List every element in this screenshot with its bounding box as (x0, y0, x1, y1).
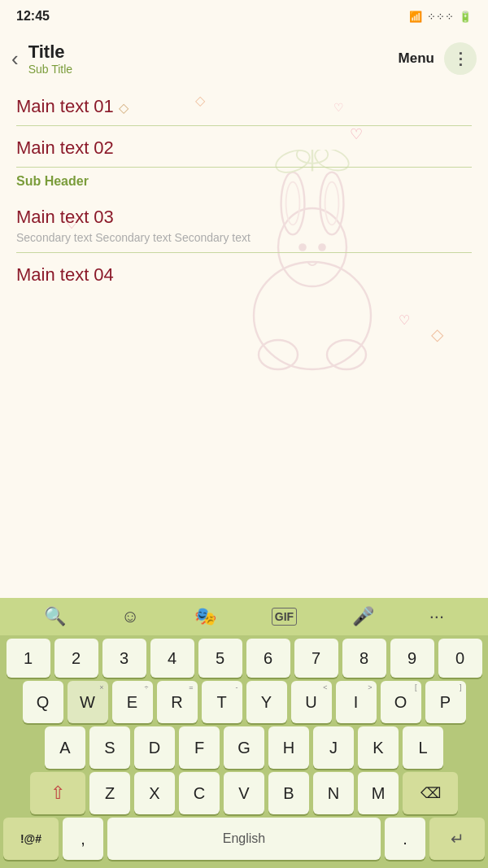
key-b[interactable]: B (268, 772, 309, 814)
key-3[interactable]: 3 (102, 639, 146, 678)
key-z[interactable]: Z (89, 772, 130, 814)
signal-icon: ⁘⁘⁘ (427, 11, 454, 23)
special-key[interactable]: !@# (3, 818, 59, 860)
key-6[interactable]: 6 (246, 639, 290, 678)
key-7[interactable]: 7 (294, 639, 338, 678)
list-item-4: Main text 04 (0, 253, 488, 294)
list-item-1: Main text 01 ◇ (0, 85, 488, 125)
key-8[interactable]: 8 (342, 639, 386, 678)
key-y[interactable]: Y (246, 681, 287, 723)
shift-key[interactable]: ⇧ (30, 772, 85, 814)
battery-icon: 🔋 (459, 11, 472, 23)
key-2[interactable]: 2 (54, 639, 98, 678)
key-f[interactable]: F (179, 726, 220, 769)
key-x[interactable]: X (134, 772, 175, 814)
key-0[interactable]: 0 (438, 639, 482, 678)
main-text-4: Main text 04 (16, 264, 472, 286)
keyboard: 🔍 ☺ 🎭 GIF 🎤 ··· 1 2 3 4 5 6 7 8 9 0 Q ×W… (0, 598, 488, 868)
key-s[interactable]: S (89, 726, 130, 769)
list-item-3: Main text 03 Secondary text Secondary te… (0, 195, 488, 252)
secondary-text-3: Secondary text Secondary text Secondary … (16, 231, 472, 244)
app-bar-actions: Menu ⋮ (399, 42, 477, 75)
key-4[interactable]: 4 (150, 639, 194, 678)
qwerty-row: Q ×W ÷E =R -T Y <U >I [O ]P (3, 681, 485, 723)
zxcv-row: ⇧ Z X C V B N M ⌫ (3, 772, 485, 814)
delete-key[interactable]: ⌫ (403, 772, 458, 814)
key-o[interactable]: [O (381, 681, 421, 723)
mic-toolbar-btn[interactable]: 🎤 (352, 606, 374, 627)
main-text-2: Main text 02 (16, 137, 472, 159)
emoji-toolbar-btn[interactable]: ☺ (121, 606, 139, 627)
key-w[interactable]: ×W (68, 681, 108, 723)
space-key[interactable]: English (107, 818, 381, 860)
key-9[interactable]: 9 (390, 639, 434, 678)
app-bar: ‹ Title Sub Title Menu ⋮ (0, 33, 488, 85)
key-u[interactable]: <U (291, 681, 332, 723)
main-text-1: Main text 01 ◇ (16, 96, 472, 117)
key-e[interactable]: ÷E (112, 681, 153, 723)
key-i[interactable]: >I (336, 681, 377, 723)
key-r[interactable]: =R (157, 681, 198, 723)
app-subtitle: Sub Title (28, 63, 399, 76)
key-m[interactable]: M (358, 772, 399, 814)
key-t[interactable]: -T (202, 681, 242, 723)
key-p[interactable]: ]P (425, 681, 466, 723)
status-time: 12:45 (16, 9, 50, 24)
number-row: 1 2 3 4 5 6 7 8 9 0 (3, 639, 485, 678)
key-j[interactable]: J (313, 726, 354, 769)
key-k[interactable]: K (358, 726, 399, 769)
key-h[interactable]: H (268, 726, 309, 769)
diamond-deco-2: ◇ (431, 325, 443, 344)
list-item-2: Main text 02 (0, 126, 488, 167)
key-n[interactable]: N (313, 772, 354, 814)
key-a[interactable]: A (45, 726, 85, 769)
more-options-button[interactable]: ⋮ (444, 42, 477, 75)
key-v[interactable]: V (224, 772, 264, 814)
keyboard-toolbar: 🔍 ☺ 🎭 GIF 🎤 ··· (0, 598, 488, 635)
key-5[interactable]: 5 (198, 639, 242, 678)
content-area: ♡ ♡ ♡ ♡ ◇ ◇ Main text 01 ◇ Main text 02 … (0, 85, 488, 488)
search-toolbar-btn[interactable]: 🔍 (44, 606, 66, 627)
key-c[interactable]: C (179, 772, 220, 814)
period-key[interactable]: . (385, 818, 425, 860)
bottom-row: !@# , English . ↵ (3, 818, 485, 860)
gif-toolbar-btn[interactable]: GIF (272, 608, 297, 626)
main-text-3: Main text 03 (16, 207, 472, 228)
heart-deco-4: ♡ (399, 312, 410, 328)
key-q[interactable]: Q (23, 681, 63, 723)
key-1[interactable]: 1 (7, 639, 50, 678)
asdf-row: A S D F G H J K L (3, 726, 485, 769)
sub-header: Sub Header (0, 168, 488, 195)
title-group: Title Sub Title (28, 41, 399, 76)
more-toolbar-btn[interactable]: ··· (429, 606, 444, 627)
wifi-icon: 📶 (409, 11, 422, 23)
key-d[interactable]: D (134, 726, 175, 769)
status-icons: 📶 ⁘⁘⁘ 🔋 (409, 11, 472, 23)
status-bar: 12:45 📶 ⁘⁘⁘ 🔋 (0, 0, 488, 33)
app-title: Title (28, 41, 399, 63)
key-g[interactable]: G (224, 726, 264, 769)
enter-key[interactable]: ↵ (429, 818, 485, 860)
menu-button[interactable]: Menu (399, 50, 434, 67)
sticker-toolbar-btn[interactable]: 🎭 (194, 606, 216, 627)
back-button[interactable]: ‹ (11, 48, 19, 69)
svg-point-9 (327, 340, 366, 369)
svg-point-8 (259, 340, 298, 369)
comma-key[interactable]: , (63, 818, 103, 860)
key-l[interactable]: L (403, 726, 443, 769)
